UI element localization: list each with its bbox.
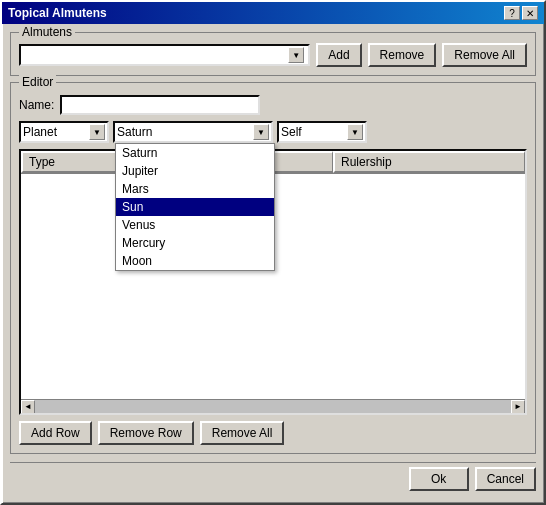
almutens-group-label: Almutens xyxy=(19,25,75,39)
planet-item-mercury[interactable]: Mercury xyxy=(116,234,274,252)
dropdowns-row: Planet ▼ Saturn ▼ Saturn Jupiter Mars Su… xyxy=(19,121,527,143)
table-header-rulership: Rulership xyxy=(333,151,525,173)
type-dropdown[interactable]: Planet ▼ xyxy=(19,121,109,143)
type-dropdown-value: Planet xyxy=(23,125,57,139)
almutens-row: ▼ Add Remove Remove All xyxy=(19,43,527,67)
scroll-left-button[interactable]: ◄ xyxy=(21,400,35,414)
window-content: Almutens ▼ Add Remove Remove All Editor … xyxy=(2,24,544,503)
type-dropdown-arrow: ▼ xyxy=(89,124,105,140)
self-dropdown[interactable]: Self ▼ xyxy=(277,121,367,143)
almutens-dropdown[interactable]: ▼ xyxy=(19,44,310,66)
editor-group: Editor Name: Planet ▼ Saturn ▼ Saturn xyxy=(10,82,536,454)
planet-item-mars[interactable]: Mars xyxy=(116,180,274,198)
planet-item-venus[interactable]: Venus xyxy=(116,216,274,234)
table-buttons-row: Add Row Remove Row Remove All xyxy=(19,421,527,445)
topical-almutens-window: Topical Almutens ? ✕ Almutens ▼ Add Remo… xyxy=(0,0,546,505)
table-remove-all-button[interactable]: Remove All xyxy=(200,421,285,445)
title-controls: ? ✕ xyxy=(504,6,538,20)
almutens-add-button[interactable]: Add xyxy=(316,43,361,67)
almutens-remove-button[interactable]: Remove xyxy=(368,43,437,67)
cancel-button[interactable]: Cancel xyxy=(475,467,536,491)
footer-row: Ok Cancel xyxy=(10,462,536,495)
remove-row-button[interactable]: Remove Row xyxy=(98,421,194,445)
horizontal-scrollbar[interactable]: ◄ ► xyxy=(21,399,525,413)
almutens-dropdown-arrow: ▼ xyxy=(288,47,304,63)
planet-dropdown[interactable]: Saturn ▼ xyxy=(113,121,273,143)
ok-button[interactable]: Ok xyxy=(409,467,469,491)
name-input[interactable] xyxy=(60,95,260,115)
close-button[interactable]: ✕ xyxy=(522,6,538,20)
planet-item-saturn[interactable]: Saturn xyxy=(116,144,274,162)
name-row: Name: xyxy=(19,95,527,115)
editor-group-label: Editor xyxy=(19,75,56,89)
planet-item-moon[interactable]: Moon xyxy=(116,252,274,270)
title-bar: Topical Almutens ? ✕ xyxy=(2,2,544,24)
help-button[interactable]: ? xyxy=(504,6,520,20)
almutens-remove-all-button[interactable]: Remove All xyxy=(442,43,527,67)
scroll-track[interactable] xyxy=(35,400,511,414)
planet-dropdown-value: Saturn xyxy=(117,125,152,139)
planet-item-jupiter[interactable]: Jupiter xyxy=(116,162,274,180)
scroll-right-button[interactable]: ► xyxy=(511,400,525,414)
self-dropdown-value: Self xyxy=(281,125,302,139)
almutens-group: Almutens ▼ Add Remove Remove All xyxy=(10,32,536,76)
planet-dropdown-open: Saturn Jupiter Mars Sun Venus Mercury Mo… xyxy=(115,143,275,271)
planet-item-sun[interactable]: Sun xyxy=(116,198,274,216)
window-title: Topical Almutens xyxy=(8,6,107,20)
self-dropdown-arrow: ▼ xyxy=(347,124,363,140)
planet-dropdown-arrow: ▼ xyxy=(253,124,269,140)
name-label: Name: xyxy=(19,98,54,112)
add-row-button[interactable]: Add Row xyxy=(19,421,92,445)
